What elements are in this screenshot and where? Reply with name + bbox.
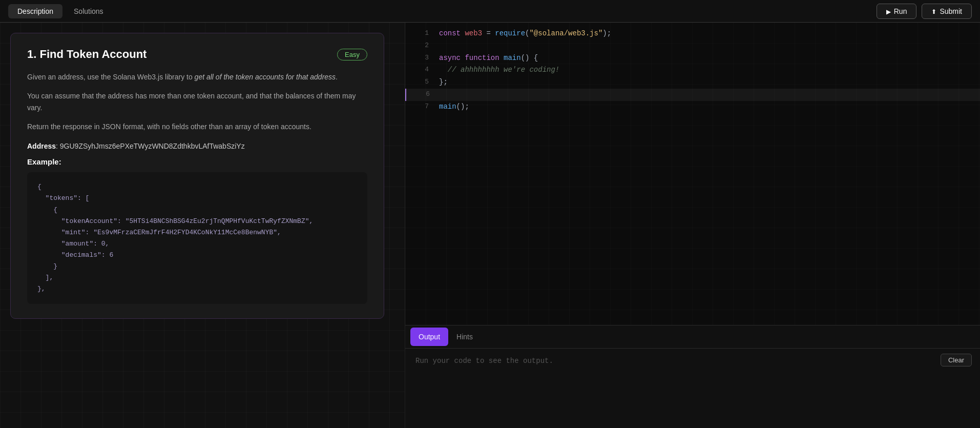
example-label: Example:: [27, 157, 367, 166]
problem-description-3: Return the response in JSON format, with…: [27, 121, 367, 133]
top-tabs: Description Solutions: [8, 4, 113, 18]
address-label: Address: [27, 142, 56, 150]
right-panel: 1 const web3 = require("@solana/web3.js"…: [405, 23, 980, 428]
submit-button[interactable]: Submit: [922, 4, 972, 19]
line-num-4: 4: [413, 64, 429, 75]
problem-title: 1. Find Token Account: [27, 48, 147, 61]
desc-text-1-end: .: [336, 73, 338, 81]
example-line-9: ],: [37, 272, 357, 283]
editor-line-5: 5 };: [405, 76, 980, 89]
output-placeholder: Run your code to see the output.: [415, 357, 553, 365]
top-actions: Run Submit: [877, 4, 972, 19]
editor-line-3: 3 async function main() {: [405, 52, 980, 65]
line-num-7: 7: [413, 101, 429, 112]
main-content: 1. Find Token Account Easy Given an addr…: [0, 23, 980, 428]
line-content-1: const web3 = require("@solana/web3.js");: [439, 28, 611, 40]
example-line-10: },: [37, 283, 357, 295]
example-line-7: "decimals": 6: [37, 250, 357, 261]
line-content-5: };: [439, 76, 448, 89]
line-num-3: 3: [413, 52, 429, 64]
difficulty-badge: Easy: [337, 49, 367, 60]
problem-description-2: You can assume that the address has more…: [27, 90, 367, 114]
address-value: 9GU9ZSyhJmsz6ePXeTWyzWND8ZdthkbvLAfTwabS…: [60, 142, 245, 150]
problem-header: 1. Find Token Account Easy: [27, 48, 367, 61]
line-content-7: main();: [439, 101, 469, 113]
line-content-4: // ahhhhhhhh we're coding!: [439, 64, 559, 76]
example-line-3: {: [37, 205, 357, 216]
clear-button[interactable]: Clear: [941, 354, 972, 366]
editor-line-4: 4 // ahhhhhhhh we're coding!: [405, 64, 980, 76]
run-button[interactable]: Run: [877, 4, 917, 19]
editor-line-7: 7 main();: [405, 101, 980, 113]
line-num-6: 6: [414, 89, 430, 100]
line-num-5: 5: [413, 76, 429, 88]
line-num-2: 2: [413, 40, 429, 51]
example-line-8: }: [37, 261, 357, 272]
example-line-4: "tokenAccount": "5HTSi4BNCShBSG4zEu2rjTn…: [37, 216, 357, 227]
run-icon: [886, 7, 891, 15]
submit-label: Submit: [940, 7, 962, 15]
editor-line-2: 2: [405, 40, 980, 52]
address-line: Address: 9GU9ZSyhJmsz6ePXeTWyzWND8Zdthkb…: [27, 142, 367, 150]
editor-line-6: 6: [405, 89, 980, 101]
example-code-block: { "tokens": [ { "tokenAccount": "5HTSi4B…: [27, 172, 367, 304]
example-line-1: {: [37, 181, 357, 193]
top-bar: Description Solutions Run Submit: [0, 0, 980, 23]
tab-hints[interactable]: Hints: [448, 328, 481, 346]
left-panel: 1. Find Token Account Easy Given an addr…: [0, 23, 405, 428]
run-label: Run: [894, 7, 907, 15]
output-body: Run your code to see the output. Clear: [405, 349, 980, 428]
output-tabs: Output Hints: [405, 325, 980, 349]
desc-em: get all of the token accounts for that a…: [195, 73, 336, 81]
tab-description[interactable]: Description: [8, 4, 62, 18]
upload-icon: [931, 7, 936, 15]
output-panel: Output Hints Run your code to see the ou…: [405, 325, 980, 428]
editor-line-1: 1 const web3 = require("@solana/web3.js"…: [405, 28, 980, 40]
tab-output[interactable]: Output: [410, 328, 448, 346]
example-line-6: "amount": 0,: [37, 238, 357, 250]
line-num-1: 1: [413, 28, 429, 39]
problem-card: 1. Find Token Account Easy Given an addr…: [10, 33, 384, 319]
desc-text-1: Given an address, use the Solana Web3.js…: [27, 73, 195, 81]
example-line-5: "mint": "Es9vMFrzaCERmJfrF4H2FYD4KCoNkY1…: [37, 227, 357, 238]
line-content-6: [440, 89, 444, 101]
code-editor[interactable]: 1 const web3 = require("@solana/web3.js"…: [405, 23, 980, 325]
line-content-3: async function main() {: [439, 52, 538, 65]
example-line-2: "tokens": [: [37, 193, 357, 204]
line-content-2: [439, 40, 443, 52]
problem-description-1: Given an address, use the Solana Web3.js…: [27, 71, 367, 83]
tab-solutions[interactable]: Solutions: [65, 4, 113, 18]
